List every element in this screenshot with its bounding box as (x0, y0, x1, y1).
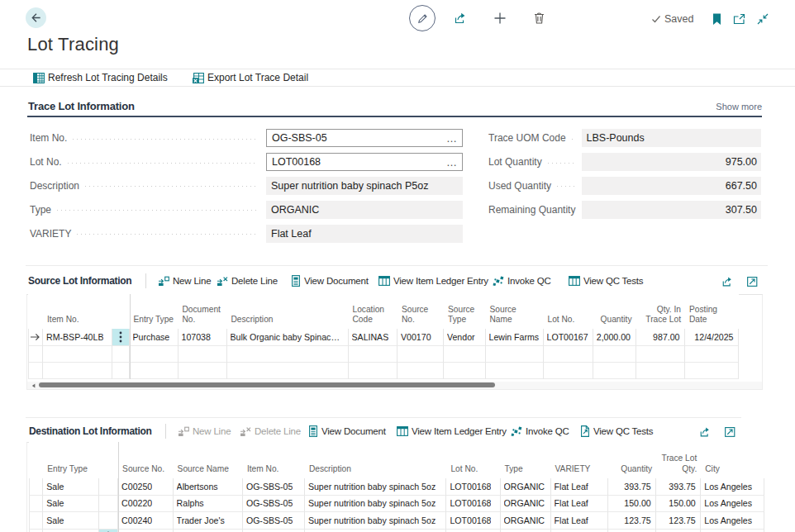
open-in-window-button[interactable] (732, 12, 746, 26)
grid-cell[interactable]: ORGANIC (501, 496, 551, 513)
column-header-type[interactable]: Type (501, 442, 551, 479)
show-more-link[interactable]: Show more (716, 102, 762, 112)
grid-cell[interactable]: Vendor (444, 329, 486, 345)
new-button[interactable] (493, 11, 507, 26)
column-header-variety[interactable]: VARIETY (551, 442, 609, 479)
grid-cell[interactable]: C00220 (118, 496, 174, 513)
share-button[interactable] (453, 11, 468, 26)
back-button[interactable] (26, 7, 46, 28)
grid-cell[interactable]: 393.75 (656, 478, 701, 496)
toolbar-view-qc-tests-button[interactable]: View QC Tests (580, 423, 653, 439)
grid-cell[interactable]: RM-BSP-40LB (43, 329, 112, 345)
toolbar-view-item-ledger-entry-button[interactable]: View Item Ledger Entry (397, 423, 507, 439)
export-lot-trace-detail-button[interactable]: Export Lot Trace Detail (193, 69, 308, 86)
grid-cell[interactable]: 123.75 (656, 512, 701, 530)
grid-cell[interactable]: LOT00168 (446, 478, 500, 496)
grid-cell[interactable]: OG-SBS-05 (243, 512, 305, 530)
delete-button[interactable] (531, 11, 546, 26)
grid-cell[interactable]: Flat Leaf (551, 496, 609, 513)
refresh-lot-tracing-details-button[interactable]: Refresh Lot Tracing Details (33, 69, 168, 86)
column-header-lot-no-[interactable]: Lot No. (446, 442, 500, 479)
column-header-source-name[interactable]: Source Name (174, 442, 243, 479)
horizontal-scrollbar[interactable] (27, 382, 762, 389)
grid-cell[interactable]: 393.75 (608, 478, 656, 496)
toolbar-view-document-button[interactable]: View Document (308, 423, 386, 439)
field-value-lot-no[interactable]: LOT00168… (266, 153, 463, 171)
column-header-entry-type[interactable]: Entry Type (130, 294, 179, 329)
column-header-source-type[interactable]: Source Type (444, 294, 486, 329)
row-options-cell[interactable] (99, 530, 118, 532)
grid-cell[interactable]: Bulk Organic baby Spinach l... (227, 329, 349, 345)
column-header-qty-in-trace-lot[interactable]: Qty. In Trace Lot (636, 294, 686, 329)
grid-cell[interactable]: Sale (43, 496, 99, 513)
assist-edit-button[interactable]: … (446, 130, 458, 146)
column-header-document-no-[interactable]: Document No. (179, 294, 227, 329)
grid-cell[interactable]: Los Angeles (701, 512, 764, 530)
grid-cell[interactable]: 150.00 (608, 496, 656, 513)
assist-edit-button[interactable]: … (446, 154, 458, 170)
grid-cell[interactable]: SALINAS (349, 329, 398, 345)
destination-open-in-excel-button[interactable] (723, 425, 736, 439)
grid-cell[interactable]: C00240 (118, 512, 174, 530)
column-header-source-name[interactable]: Source Name (486, 294, 544, 329)
grid-cell[interactable]: ORGANIC (501, 512, 551, 530)
column-header-quantity[interactable]: Quantity (608, 442, 656, 479)
grid-cell[interactable]: OG-SBS-05 (243, 496, 305, 513)
column-header-description[interactable]: Description (227, 294, 349, 329)
bookmark-button[interactable] (710, 12, 723, 26)
grid-cell[interactable]: 123.75 (608, 512, 656, 530)
column-header-location-code[interactable]: Location Code (349, 294, 398, 329)
column-header-source-no-[interactable]: Source No. (398, 294, 444, 329)
toolbar-view-document-button[interactable]: View Document (291, 273, 369, 289)
grid-cell[interactable]: Super nutrition baby spinach 5oz (305, 478, 447, 496)
column-header-entry-type[interactable]: Entry Type (43, 442, 99, 479)
column-header-posting-date[interactable]: Posting Date (685, 294, 739, 329)
grid-cell[interactable]: 107038 (179, 329, 227, 345)
grid-cell[interactable]: Flat Leaf (551, 512, 609, 530)
grid-cell[interactable]: Los Angeles (701, 478, 764, 496)
grid-cell[interactable]: 987.00 (636, 329, 686, 345)
grid-cell[interactable]: 150.00 (656, 496, 701, 513)
toolbar-delete-line-button[interactable]: Delete Line (217, 273, 278, 289)
column-header-source-no-[interactable]: Source No. (118, 442, 174, 479)
column-header-item-no-[interactable]: Item No. (243, 442, 305, 479)
grid-cell[interactable]: Albertsons (174, 478, 243, 496)
grid-cell[interactable]: V00170 (398, 329, 444, 345)
grid-cell[interactable]: Los Angeles (701, 496, 764, 513)
collapse-button[interactable] (755, 12, 769, 26)
source-share-button[interactable] (721, 274, 735, 288)
grid-cell[interactable]: 2,000.00 (593, 329, 636, 345)
toolbar-view-item-ledger-entry-button[interactable]: View Item Ledger Entry (378, 273, 488, 289)
grid-cell[interactable]: C00250 (118, 478, 174, 496)
grid-cell[interactable]: Sale (43, 512, 99, 530)
column-header-trace-lot-qty-[interactable]: Trace Lot Qty. (656, 442, 701, 479)
grid-cell[interactable]: Super nutrition baby spinach 5oz (305, 512, 447, 530)
field-value-item-no[interactable]: OG-SBS-05… (266, 129, 463, 147)
grid-cell[interactable]: Purchase (130, 329, 179, 345)
toolbar-new-line-button[interactable]: New Line (158, 273, 211, 289)
grid-cell[interactable]: LOT00168 (446, 496, 500, 513)
column-header-quantity[interactable]: Quantity (593, 294, 636, 329)
column-header-city[interactable]: City (701, 442, 764, 479)
grid-cell[interactable]: Trader Joe's (174, 512, 243, 530)
grid-cell[interactable]: LOT00167 (544, 329, 593, 345)
grid-cell[interactable]: Super nutrition baby spinach 5oz (305, 496, 447, 513)
toolbar-invoke-qc-button[interactable]: Invoke QC (511, 423, 569, 439)
grid-cell[interactable]: Lewin Farms (486, 329, 544, 345)
grid-cell[interactable]: Flat Leaf (551, 478, 609, 496)
column-header-item-no-[interactable]: Item No. (43, 294, 112, 329)
toolbar-invoke-qc-button[interactable]: Invoke QC (493, 273, 551, 289)
grid-cell[interactable]: ORGANIC (501, 478, 551, 496)
row-options-cell[interactable] (112, 329, 130, 345)
grid-cell[interactable]: OG-SBS-05 (243, 478, 305, 496)
grid-cell[interactable]: Ralphs (174, 496, 243, 513)
destination-share-button[interactable] (698, 425, 712, 439)
grid-cell[interactable]: 12/4/2025 (685, 329, 739, 345)
edit-button[interactable] (409, 5, 436, 31)
column-header-description[interactable]: Description (305, 442, 447, 479)
grid-cell[interactable]: LOT00168 (446, 512, 500, 530)
scrollbar-thumb[interactable] (39, 382, 495, 387)
grid-cell[interactable]: Sale (43, 478, 99, 496)
toolbar-view-qc-tests-button[interactable]: View QC Tests (569, 273, 643, 289)
column-header-lot-no-[interactable]: Lot No. (544, 294, 593, 329)
